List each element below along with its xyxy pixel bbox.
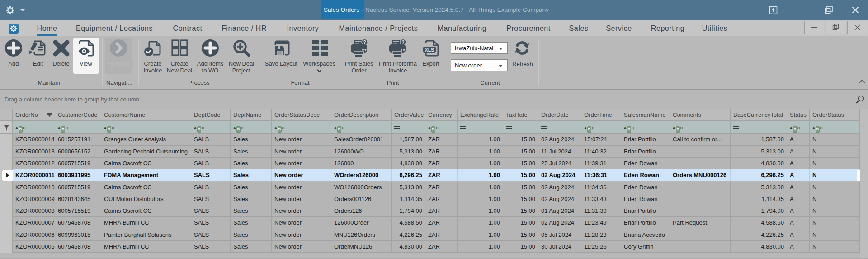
svg-text:XLS: XLS bbox=[425, 47, 434, 53]
svg-text:?: ? bbox=[363, 40, 366, 45]
svg-text:?: ? bbox=[401, 40, 404, 45]
